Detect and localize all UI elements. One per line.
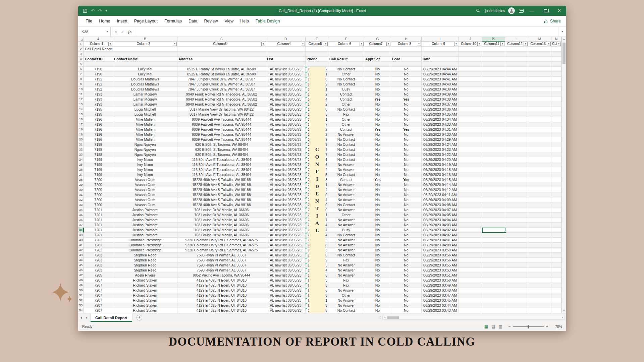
row-header-53[interactable]: 53 bbox=[78, 303, 84, 308]
cell-J39[interactable] bbox=[459, 233, 482, 238]
cell-F39[interactable]: No Contact bbox=[328, 233, 364, 238]
cell-G12[interactable]: Yes bbox=[364, 97, 391, 102]
cell-D11[interactable]: AL new list 06/05/23 bbox=[266, 92, 306, 97]
cell-J44[interactable] bbox=[459, 258, 482, 263]
cell-K49[interactable] bbox=[482, 283, 505, 288]
cell-H3[interactable] bbox=[391, 52, 422, 57]
cell-E5[interactable] bbox=[306, 62, 328, 67]
cell-K12[interactable] bbox=[482, 97, 505, 102]
cell-G28[interactable]: Yes bbox=[364, 177, 391, 182]
cell-I19[interactable]: 06/29/2023 04:30 AM bbox=[422, 132, 459, 137]
cell-M16[interactable] bbox=[528, 117, 551, 122]
enter-icon[interactable]: ✓ bbox=[121, 29, 124, 34]
cell-L43[interactable] bbox=[505, 253, 528, 258]
cell-J29[interactable] bbox=[459, 182, 482, 187]
cell-C12[interactable]: 9940 Frank Romer Rd N Theodore, AL 36582 bbox=[177, 97, 266, 102]
row-header-26[interactable]: 26 bbox=[78, 167, 84, 172]
cell-L36[interactable] bbox=[505, 218, 528, 223]
cell-D53[interactable]: AL new list 06/05/23 bbox=[266, 303, 306, 308]
cell-K20[interactable] bbox=[482, 137, 505, 142]
cell-J15[interactable] bbox=[459, 112, 482, 117]
row-header-38[interactable]: 38 bbox=[78, 228, 84, 233]
cell-K35[interactable] bbox=[482, 213, 505, 218]
cell-N8[interactable] bbox=[551, 77, 561, 82]
cell-M3[interactable] bbox=[528, 52, 551, 57]
cell-M18[interactable] bbox=[528, 127, 551, 132]
cell-K50[interactable] bbox=[482, 288, 505, 293]
cell-J6[interactable] bbox=[459, 67, 482, 72]
cell-B7[interactable]: Lucy Mai bbox=[113, 72, 177, 77]
cell-J27[interactable] bbox=[459, 172, 482, 177]
row-header-49[interactable]: 49 bbox=[78, 283, 84, 288]
cell-M10[interactable] bbox=[528, 87, 551, 92]
cell-G45[interactable]: No bbox=[364, 263, 391, 268]
cell-L52[interactable] bbox=[505, 298, 528, 303]
cell-E9[interactable]: 29 bbox=[306, 82, 328, 87]
cell-I27[interactable]: 06/29/2023 04:16 AM bbox=[422, 172, 459, 177]
cell-A50[interactable]: 7207 bbox=[84, 288, 113, 293]
cell-D47[interactable]: AL new list 06/05/23 bbox=[266, 273, 306, 278]
cell-A11[interactable]: 7193 bbox=[84, 92, 113, 97]
cell-K44[interactable] bbox=[482, 258, 505, 263]
cell-E40[interactable]: 25 bbox=[306, 238, 328, 243]
cell-I28[interactable]: 06/29/2023 04:15 AM bbox=[422, 177, 459, 182]
cell-F9[interactable]: No Contact bbox=[328, 82, 364, 87]
column-header-M[interactable]: M bbox=[528, 37, 551, 42]
cell-E28[interactable]: 23 bbox=[306, 177, 328, 182]
cell-M21[interactable] bbox=[528, 142, 551, 147]
restore-button[interactable] bbox=[539, 6, 552, 16]
cell-A5[interactable] bbox=[84, 62, 113, 67]
cell-E36[interactable]: 27 bbox=[306, 218, 328, 223]
cell-G23[interactable]: No bbox=[364, 152, 391, 157]
cell-H47[interactable]: No bbox=[391, 273, 422, 278]
cell-H48[interactable]: No bbox=[391, 278, 422, 283]
cell-N4[interactable] bbox=[551, 57, 561, 62]
cell-D7[interactable]: AL new list 06/05/23 bbox=[266, 72, 306, 77]
qat-dropdown-icon[interactable]: ▾ bbox=[106, 9, 107, 12]
cell-M40[interactable] bbox=[528, 238, 551, 243]
cell-G33[interactable]: No bbox=[364, 202, 391, 207]
row-header-35[interactable]: 35 bbox=[78, 213, 84, 218]
cell-I14[interactable]: 06/29/2023 04:36 AM bbox=[422, 107, 459, 112]
cell-L34[interactable] bbox=[505, 207, 528, 213]
cell-K16[interactable] bbox=[482, 117, 505, 122]
cell-H14[interactable]: No bbox=[391, 107, 422, 112]
cell-C27[interactable]: 116 30th Ave E Tuscaloosa, AL 35404 bbox=[177, 172, 266, 177]
cell-B30[interactable]: Veasna Oum bbox=[113, 187, 177, 192]
cell-K26[interactable] bbox=[482, 167, 505, 172]
menu-tab-home[interactable]: Home bbox=[96, 16, 113, 27]
cell-N2[interactable] bbox=[551, 47, 561, 52]
cell-A1[interactable]: Column1▾ bbox=[84, 42, 113, 47]
row-header-19[interactable]: 19 bbox=[78, 132, 84, 137]
cell-M41[interactable] bbox=[528, 243, 551, 248]
cell-H1[interactable]: Column8▾ bbox=[391, 42, 422, 47]
cell-L47[interactable] bbox=[505, 273, 528, 278]
cell-E13[interactable]: 22 bbox=[306, 102, 328, 107]
row-header-43[interactable]: 43 bbox=[78, 253, 84, 258]
cell-I11[interactable]: 06/29/2023 04:39 AM bbox=[422, 92, 459, 97]
cell-N34[interactable] bbox=[551, 207, 561, 213]
filter-dropdown-icon[interactable]: ▾ bbox=[454, 42, 458, 46]
cell-G52[interactable]: No bbox=[364, 298, 391, 303]
row-header-16[interactable]: 16 bbox=[78, 117, 84, 122]
cell-H2[interactable] bbox=[391, 47, 422, 52]
cell-K37[interactable] bbox=[482, 223, 505, 228]
cell-M1[interactable]: Column13▾ bbox=[528, 42, 551, 47]
cell-G8[interactable]: No bbox=[364, 77, 391, 82]
cell-F25[interactable]: No Answer bbox=[328, 162, 364, 167]
cell-G21[interactable]: No bbox=[364, 142, 391, 147]
cell-E10[interactable]: 21 bbox=[306, 87, 328, 92]
cell-B35[interactable]: Justina Palmore bbox=[113, 213, 177, 218]
cell-L20[interactable] bbox=[505, 137, 528, 142]
cell-L1[interactable]: Column12▾ bbox=[505, 42, 528, 47]
row-header-33[interactable]: 33 bbox=[78, 202, 84, 207]
cell-K7[interactable] bbox=[482, 72, 505, 77]
cell-A16[interactable]: 7196 bbox=[84, 117, 113, 122]
cell-N12[interactable] bbox=[551, 97, 561, 102]
cell-I3[interactable] bbox=[422, 52, 459, 57]
cell-N30[interactable] bbox=[551, 187, 561, 192]
cell-M54[interactable] bbox=[528, 308, 551, 313]
row-header-46[interactable]: 46 bbox=[78, 268, 84, 273]
cell-J33[interactable] bbox=[459, 202, 482, 207]
cell-A41[interactable]: 7202 bbox=[84, 243, 113, 248]
